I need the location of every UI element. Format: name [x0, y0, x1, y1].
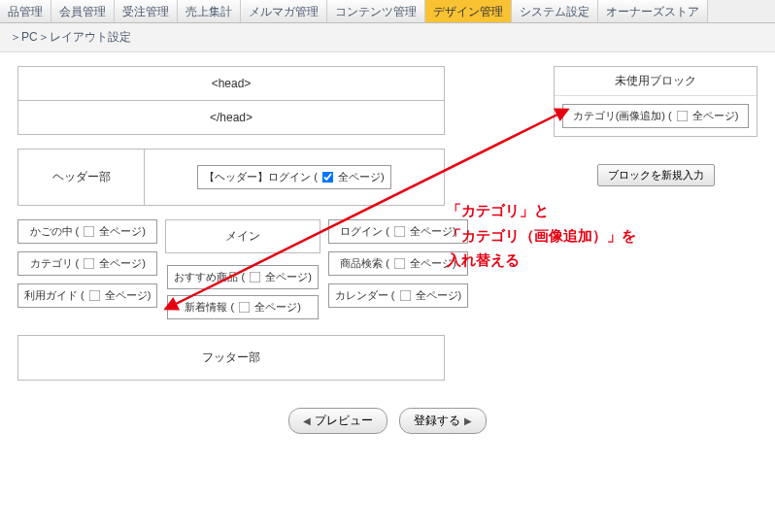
block-news[interactable]: 新着情報 ( 全ページ): [167, 295, 318, 319]
columns-area: かごの中 ( 全ページ) カテゴリ ( 全ページ) 利用ガイド ( 全ページ) …: [17, 219, 445, 321]
tab-orders[interactable]: 受注管理: [115, 0, 178, 22]
main-label: メイン: [165, 219, 320, 253]
allpages-checkbox[interactable]: [250, 272, 261, 283]
head-close: </head>: [18, 101, 444, 134]
allpages-checkbox[interactable]: [394, 226, 406, 238]
register-button[interactable]: 登録する ▶: [399, 408, 487, 434]
tab-mailmag[interactable]: メルマガ管理: [241, 0, 327, 22]
block-category-image[interactable]: カテゴリ(画像追加) ( 全ページ): [562, 104, 749, 128]
main-column: メイン おすすめ商品 ( 全ページ) 新着情報 ( 全ページ): [165, 219, 320, 321]
allpages-checkbox[interactable]: [84, 258, 95, 270]
tab-contents[interactable]: コンテンツ管理: [327, 0, 425, 22]
top-tabs: 品管理 会員管理 受注管理 売上集計 メルマガ管理 コンテンツ管理 デザイン管理…: [0, 0, 775, 23]
preview-button[interactable]: ◀ プレビュー: [288, 408, 388, 434]
allpages-checkbox[interactable]: [394, 258, 406, 270]
new-block-button[interactable]: ブロックを新規入力: [597, 164, 715, 186]
allpages-checkbox[interactable]: [84, 226, 95, 238]
breadcrumb: ＞PC＞レイアウト設定: [0, 23, 775, 52]
tab-owners[interactable]: オーナーズストア: [598, 0, 708, 22]
tab-products[interactable]: 品管理: [0, 0, 51, 22]
footer-section: フッター部: [17, 335, 445, 381]
unused-panel: 未使用ブロック カテゴリ(画像追加) ( 全ページ): [554, 66, 758, 137]
allpages-checkbox[interactable]: [322, 172, 334, 183]
block-text: 【ヘッダー】ログイン (: [204, 170, 318, 184]
allpages-checkbox[interactable]: [399, 290, 411, 302]
block-recommend[interactable]: おすすめ商品 ( 全ページ): [167, 265, 318, 289]
head-open: <head>: [18, 67, 444, 100]
chevron-right-icon: ▶: [464, 416, 472, 426]
block-guide[interactable]: 利用ガイド ( 全ページ): [17, 283, 157, 308]
tab-design[interactable]: デザイン管理: [425, 0, 512, 22]
block-cart[interactable]: かごの中 ( 全ページ): [17, 219, 157, 244]
action-buttons: ◀ プレビュー 登録する ▶: [17, 408, 758, 434]
unused-title: 未使用ブロック: [555, 67, 757, 96]
tab-system[interactable]: システム設定: [512, 0, 598, 22]
allpages-checkbox[interactable]: [239, 302, 251, 314]
header-section: ヘッダー部 【ヘッダー】ログイン ( 全ページ): [17, 149, 445, 206]
block-header-login[interactable]: 【ヘッダー】ログイン ( 全ページ): [197, 165, 390, 189]
tab-sales[interactable]: 売上集計: [178, 0, 241, 22]
block-text-post: 全ページ): [338, 170, 385, 184]
head-section: <head>: [17, 66, 445, 101]
tab-members[interactable]: 会員管理: [51, 0, 115, 22]
block-category[interactable]: カテゴリ ( 全ページ): [17, 251, 157, 276]
block-calendar[interactable]: カレンダー ( 全ページ): [328, 283, 468, 308]
annotation-text: 「カテゴリ」と 「カテゴリ（画像追加）」を 入れ替える: [447, 198, 636, 273]
header-label: ヘッダー部: [18, 150, 145, 205]
chevron-left-icon: ◀: [303, 416, 311, 426]
allpages-checkbox[interactable]: [88, 290, 100, 302]
left-column: かごの中 ( 全ページ) カテゴリ ( 全ページ) 利用ガイド ( 全ページ): [17, 219, 157, 321]
head-close-section: </head>: [17, 101, 445, 135]
allpages-checkbox[interactable]: [676, 111, 688, 122]
